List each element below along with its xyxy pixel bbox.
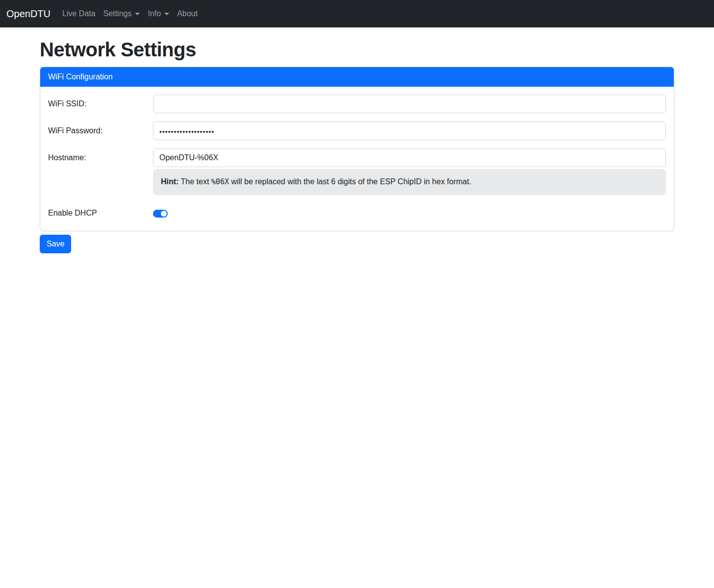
hostname-label: Hostname: [48,148,153,195]
enable-dhcp-row: Enable DHCP [48,203,666,223]
card-header: WiFi Configuration [40,67,674,87]
wifi-password-label: WiFi Password: [48,122,153,140]
wifi-password-input[interactable] [153,122,666,140]
chevron-down-icon [164,13,169,15]
dhcp-toggle[interactable] [153,210,168,218]
page-container: Network Settings WiFi Configuration WiFi… [40,38,674,253]
save-button[interactable]: Save [40,235,71,253]
hostname-input[interactable] [153,148,666,167]
nav-item-info-label: Info [148,9,161,18]
nav-item-settings[interactable]: Settings [100,5,144,22]
top-navbar: OpenDTU Live Data Settings Info About [0,0,714,27]
nav-item-settings-label: Settings [103,9,132,18]
hint-text-post: will be replaced with the last 6 digits … [229,177,471,186]
wifi-ssid-row: WiFi SSID: [48,95,666,113]
wifi-ssid-input[interactable] [153,95,666,113]
nav-item-info[interactable]: Info [144,5,173,22]
hint-text-pre: The text [178,177,211,186]
wifi-ssid-field-col [153,95,666,113]
dhcp-toggle-knob [161,211,167,217]
hostname-hint: Hint: The text %06X will be replaced wit… [153,169,666,195]
wifi-ssid-label: WiFi SSID: [48,95,153,113]
main-nav: Live Data Settings Info About [58,5,202,22]
wifi-configuration-card: WiFi Configuration WiFi SSID: WiFi Passw… [40,67,674,231]
brand-opendtu[interactable]: OpenDTU [6,8,51,20]
wifi-password-row: WiFi Password: [48,122,666,140]
page-title: Network Settings [40,38,674,61]
nav-item-live-data-label: Live Data [62,9,96,18]
wifi-password-field-col [153,122,666,140]
chevron-down-icon [135,13,140,15]
card-body: WiFi SSID: WiFi Password: Hostname: Hin [40,87,674,231]
enable-dhcp-field-col [153,209,666,218]
enable-dhcp-label: Enable DHCP [48,207,153,219]
hostname-field-col: Hint: The text %06X will be replaced wit… [153,148,666,195]
hostname-row: Hostname: Hint: The text %06X will be re… [48,148,666,195]
nav-item-live-data[interactable]: Live Data [58,5,100,22]
nav-item-about-label: About [177,9,198,18]
hint-code-token: %06X [211,177,229,186]
hint-bold-label: Hint: [161,177,178,186]
nav-item-about[interactable]: About [173,5,202,22]
